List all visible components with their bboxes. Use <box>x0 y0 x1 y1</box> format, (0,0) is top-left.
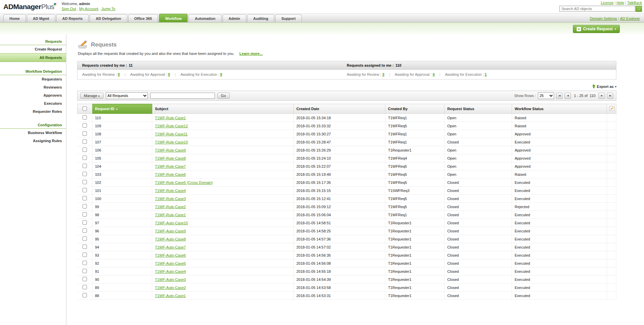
tab-home[interactable]: Home <box>3 14 26 22</box>
row-checkbox[interactable] <box>83 115 87 120</box>
row-checkbox[interactable] <box>83 253 87 257</box>
summary-stat-count-link[interactable]: 4 <box>432 72 434 76</box>
tab-automation[interactable]: Automation <box>189 14 221 22</box>
column-header-created-by[interactable]: Created By <box>385 104 445 114</box>
row-checkbox[interactable] <box>83 139 87 144</box>
sidebar-item-create-request[interactable]: Create Request <box>0 45 66 53</box>
sidebar-item-business-workflow[interactable]: Business Workflow <box>0 129 66 137</box>
row-checkbox[interactable] <box>83 123 87 128</box>
learn-more-link[interactable]: Learn more... <box>239 52 263 56</box>
row-checkbox[interactable] <box>83 131 87 136</box>
row-checkbox[interactable] <box>83 236 87 241</box>
subject-link[interactable]: T1WF-Auto-Case7 <box>155 245 186 249</box>
subject-link[interactable]: T1WF-Rule-Case1 <box>155 116 186 120</box>
prev-page-icon[interactable]: ◀ <box>565 93 571 99</box>
column-header-request-id[interactable]: Request ID▼ <box>92 104 152 114</box>
select-all-checkbox[interactable] <box>83 106 87 111</box>
utility-link-help[interactable]: Help <box>616 1 624 5</box>
row-checkbox[interactable] <box>83 228 87 233</box>
row-checkbox[interactable] <box>83 293 87 297</box>
row-checkbox[interactable] <box>83 196 87 200</box>
column-edit-icon[interactable] <box>610 106 614 111</box>
show-rows-select[interactable]: 25 <box>538 92 554 99</box>
subject-link[interactable]: T1WF-Auto-Case9 <box>155 229 186 233</box>
subject-link[interactable]: T1WF-Rule-Case3 <box>155 197 186 201</box>
subnav-link-domain-settings[interactable]: Domain Settings <box>590 17 617 21</box>
row-checkbox[interactable] <box>83 148 87 152</box>
row-checkbox[interactable] <box>83 277 87 281</box>
column-header-request-status[interactable]: Request Status <box>445 104 512 114</box>
subject-link[interactable]: T1WF-Rule-Case1 <box>155 213 186 217</box>
summary-stat-count-link[interactable]: 1 <box>485 72 487 76</box>
subject-link[interactable]: T1WF-Rule-Case10 <box>155 140 188 144</box>
subject-link[interactable]: T1WF-Rule-Case5 (Cross Domain) <box>155 181 213 185</box>
utility-link-license[interactable]: License <box>601 1 614 5</box>
account-link-sign-out[interactable]: Sign Out <box>62 7 76 11</box>
export-as-control[interactable]: Export as ▾ <box>77 84 616 89</box>
row-checkbox[interactable] <box>83 164 87 168</box>
row-checkbox[interactable] <box>83 212 87 217</box>
search-go-icon[interactable]: → <box>636 6 642 12</box>
tab-ad-delegation[interactable]: AD Delegation <box>90 14 127 22</box>
tab-support[interactable]: Support <box>275 14 301 22</box>
tab-office-365[interactable]: Office 365 <box>128 14 158 22</box>
tab-ad-mgmt[interactable]: AD Mgmt <box>27 14 55 22</box>
sidebar-item-requesters[interactable]: Requesters <box>0 75 66 83</box>
subject-link[interactable]: T1WF-Auto-Case2 <box>155 286 186 290</box>
column-header-workflow-status[interactable]: Workflow Status <box>512 104 607 114</box>
row-checkbox[interactable] <box>83 269 87 273</box>
row-checkbox[interactable] <box>83 188 87 192</box>
tab-ad-reports[interactable]: AD Reports <box>56 14 89 22</box>
account-link-jump-to[interactable]: Jump To <box>101 7 115 11</box>
search-input[interactable] <box>559 6 635 12</box>
utility-link-talkback[interactable]: TalkBack <box>627 1 642 5</box>
subject-link[interactable]: T1WF-Auto-Case6 <box>155 253 186 257</box>
sidebar-item-approvers[interactable]: Approvers <box>0 91 66 99</box>
subject-link[interactable]: T1WF-Auto-Case4 <box>155 269 186 273</box>
request-filter-select[interactable]: All Requests <box>106 92 148 99</box>
create-request-button[interactable]: + Create Request ▾ <box>573 25 620 33</box>
row-checkbox[interactable] <box>83 220 87 225</box>
sidebar-item-reviewers[interactable]: Reviewers <box>0 83 66 91</box>
tab-admin[interactable]: Admin <box>223 14 246 22</box>
subject-link[interactable]: T1WF-Auto-Case8 <box>155 237 186 241</box>
subject-link[interactable]: T1WF-Rule-Case12 <box>155 124 188 128</box>
summary-stat-count-link[interactable]: 0 <box>118 72 120 76</box>
column-header-created-date[interactable]: Created Date <box>294 104 385 114</box>
subject-link[interactable]: T1WF-Auto-Case1 <box>155 294 186 298</box>
row-checkbox[interactable] <box>83 245 87 249</box>
subject-link[interactable]: T1WF-Auto-Case5 <box>155 261 186 265</box>
sidebar-item-requester-roles[interactable]: Requester Roles <box>0 107 66 116</box>
row-checkbox[interactable] <box>83 261 87 265</box>
filter-text-input[interactable] <box>150 93 215 99</box>
first-page-icon[interactable]: |◀ <box>556 93 562 99</box>
subject-link[interactable]: T1WF-Rule-Case9 <box>155 148 186 152</box>
row-checkbox[interactable] <box>83 172 87 176</box>
summary-stat-count-link[interactable]: 3 <box>382 72 384 76</box>
subject-link[interactable]: T1WF-Rule-Case2 <box>155 205 186 209</box>
row-checkbox[interactable] <box>83 204 87 208</box>
manage-button[interactable]: Manage ▾ <box>80 93 103 99</box>
column-header-subject[interactable]: Subject <box>152 104 294 114</box>
subject-link[interactable]: T1WF-Rule-Case4 <box>155 189 186 193</box>
subject-link[interactable]: T1WF-Rule-Case6 <box>155 172 186 176</box>
next-page-icon[interactable]: ▶ <box>599 93 605 99</box>
row-checkbox[interactable] <box>83 156 87 160</box>
last-page-icon[interactable]: ▶| <box>607 93 613 99</box>
row-checkbox[interactable] <box>83 180 87 184</box>
go-button[interactable]: Go <box>217 93 230 99</box>
subject-link[interactable]: T1WF-Rule-Case8 <box>155 156 186 160</box>
sidebar-item-assigning-rules[interactable]: Assigning Rules <box>0 137 66 145</box>
subject-link[interactable]: T1WF-Auto-Case3 <box>155 278 186 282</box>
tab-workflow[interactable]: Workflow <box>159 14 188 22</box>
account-link-my-account[interactable]: My Account <box>79 7 98 11</box>
summary-stat-count-link[interactable]: 0 <box>168 72 170 76</box>
subject-link[interactable]: T1WF-Rule-Case11 <box>155 132 188 136</box>
summary-stat-count-link[interactable]: 0 <box>220 72 222 76</box>
tab-auditing[interactable]: Auditing <box>247 14 275 22</box>
subject-link[interactable]: T1WF-Auto-Case10 <box>155 221 188 225</box>
row-checkbox[interactable] <box>83 285 87 289</box>
sidebar-item-all-requests[interactable]: All Requests <box>0 53 66 62</box>
subnav-link-ad-explorer[interactable]: AD Explorer <box>620 17 640 21</box>
subject-link[interactable]: T1WF-Rule-Case7 <box>155 164 186 168</box>
